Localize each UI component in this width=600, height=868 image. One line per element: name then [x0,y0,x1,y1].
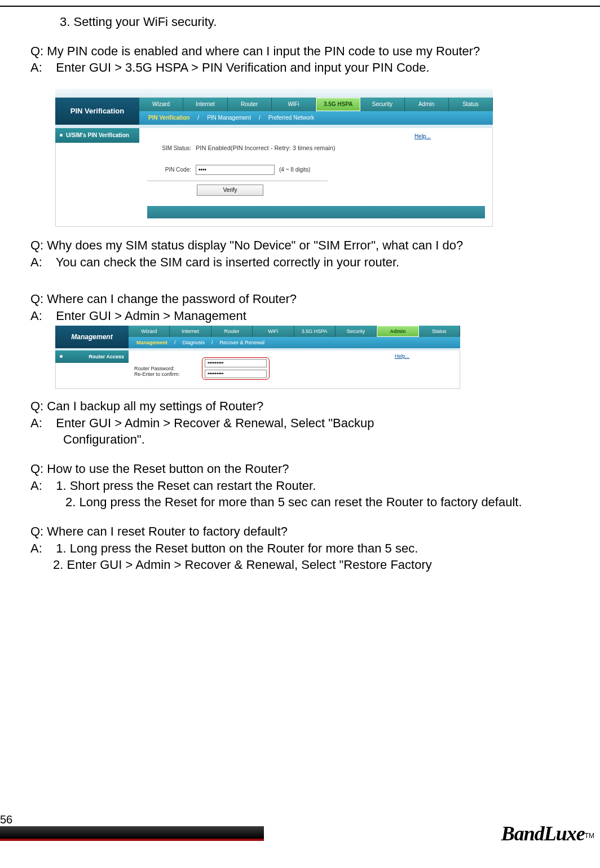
window-titlebar [55,89,493,98]
help-link[interactable]: Help... [395,353,409,360]
step-text: 3. Setting your WiFi security. [60,14,577,30]
sidebar-item-usim-pin[interactable]: U/SIM's PIN Verification [55,128,139,143]
subtab-management[interactable]: Management [134,339,170,346]
pin-code-label: PIN Code: [147,166,191,174]
answer-4-line1: A: Enter GUI > Admin > Recover & Renewal… [30,415,577,432]
subtab-separator: / [174,339,176,346]
question-2: Q: Why does my SIM status display "No De… [30,237,577,254]
bullet-icon [60,355,63,358]
screenshot-management: Management Wizard Internet Router WiFi 3… [55,326,460,389]
sidebar-item-router-access[interactable]: Router Access [55,350,129,363]
reenter-confirm-label: Re-Enter to confirm: [134,371,202,378]
tab-security[interactable]: Security [360,98,404,111]
tab-admin[interactable]: Admin [377,326,418,337]
question-6: Q: Where can I reset Router to factory d… [30,523,577,540]
question-1: Q: My PIN code is enabled and where can … [30,43,577,60]
page-footer: BandLuxeTM [0,826,600,841]
subtab-separator: / [259,114,261,122]
subtab-separator: / [211,339,213,346]
question-3: Q: Where can I change the password of Ro… [30,291,577,308]
tab-status[interactable]: Status [419,326,460,337]
tab-internet[interactable]: Internet [170,326,211,337]
router-password-input[interactable] [205,359,267,367]
question-5: Q: How to use the Reset button on the Ro… [30,461,577,477]
footer-gradient [0,826,264,841]
subtab-recover-renewal[interactable]: Recover & Renewal [218,339,267,346]
subtab-diagnosis[interactable]: Diagnosis [180,339,208,346]
verify-button[interactable]: Verify [197,185,263,196]
main-tabs: Wizard Internet Router WiFi 3.5G HSPA Se… [139,98,493,111]
tab-security[interactable]: Security [336,326,377,337]
tab-status[interactable]: Status [449,98,493,111]
screenshot-pin-verification: PIN Verification Wizard Internet Router … [55,89,493,227]
sidebar: U/SIM's PIN Verification [55,128,139,227]
sidebar-item-label: U/SIM's PIN Verification [66,131,129,139]
panel-title: PIN Verification [55,98,139,125]
tab-wifi[interactable]: WiFi [272,98,316,111]
pin-code-input[interactable] [196,165,275,175]
tab-wifi[interactable]: WiFi [253,326,294,337]
tab-admin[interactable]: Admin [405,98,449,111]
sub-tabs: PIN Verification / PIN Management / Pref… [139,111,493,125]
answer-5-line2: 2. Long press the Reset for more than 5 … [53,494,577,511]
page-number: 56 [0,812,12,827]
subtab-pin-verification[interactable]: PIN Verification [145,114,193,122]
sub-tabs: Management / Diagnosis / Recover & Renew… [129,337,460,348]
divider [147,181,328,181]
router-password-confirm-input[interactable] [205,370,267,378]
pin-hint: (4 ~ 8 digits) [279,166,310,174]
tab-router[interactable]: Router [211,326,253,337]
brand-logo: BandLuxe [501,820,585,841]
answer-5-line1: A: 1. Short press the Reset can restart … [30,477,577,494]
answer-3: A: Enter GUI > Admin > Management [30,308,577,325]
trademark-icon: TM [585,831,594,840]
sidebar-item-label: Router Access [89,353,124,360]
answer-2: A: You can check the SIM card is inserte… [30,254,577,271]
sim-status-value: PIN Enabled(PIN Incorrect - Retry: 3 tim… [196,144,336,152]
subtab-preferred-network[interactable]: Preferred Network [265,114,317,122]
question-4: Q: Can I backup all my settings of Route… [30,398,577,415]
sidebar: Router Access [55,350,129,389]
tab-wizard[interactable]: Wizard [139,98,183,111]
answer-6-line2: 2. Enter GUI > Admin > Recover & Renewal… [53,556,577,573]
subtab-pin-management[interactable]: PIN Management [204,114,254,122]
bullet-icon [60,134,63,137]
footer-band [147,206,485,218]
tab-3-5g-hspa[interactable]: 3.5G HSPA [294,326,336,337]
tab-3-5g-hspa[interactable]: 3.5G HSPA [316,98,360,111]
tab-internet[interactable]: Internet [183,98,227,111]
panel-title: Management [55,326,129,348]
password-highlight [202,357,270,380]
tab-router[interactable]: Router [228,98,272,111]
answer-1: A: Enter GUI > 3.5G HSPA > PIN Verificat… [30,59,577,76]
answer-6-line1: A: 1. Long press the Reset button on the… [30,540,577,557]
help-link[interactable]: Help... [414,133,431,141]
sim-status-label: SIM Status: [147,144,191,152]
tab-wizard[interactable]: Wizard [129,326,170,337]
subtab-separator: / [197,114,199,122]
answer-4-line2: Configuration". [63,431,577,448]
main-tabs: Wizard Internet Router WiFi 3.5G HSPA Se… [129,326,460,337]
